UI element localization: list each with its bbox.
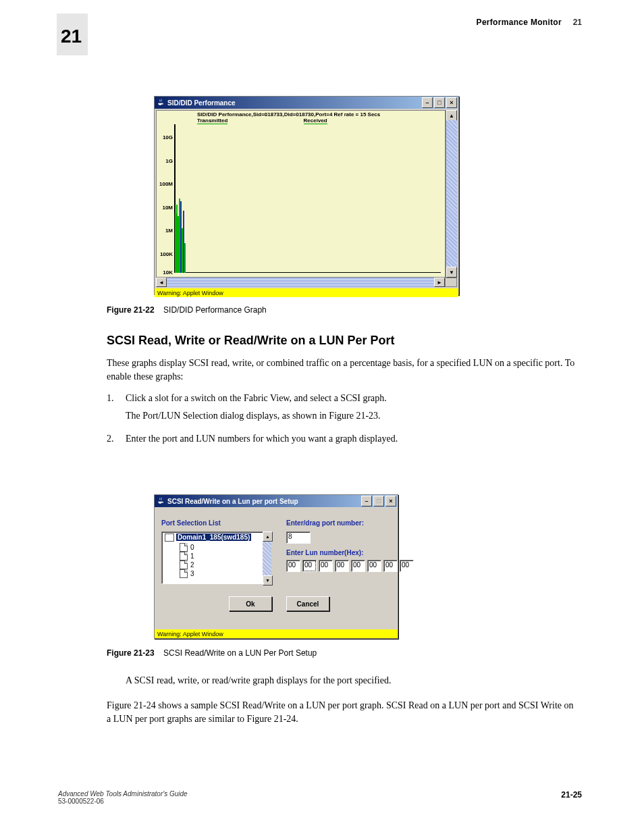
horizontal-scrollbar[interactable]: ◄ ► (156, 278, 457, 287)
sid-did-title-text: SID/DID Performance (167, 99, 236, 107)
scroll-h-track[interactable] (167, 278, 434, 287)
scsi-title-text: SCSI Read/Write on a Lun per port Setup (167, 498, 298, 505)
step-2-text: Enter the port and LUN numbers for which… (126, 432, 578, 446)
scsi-titlebar[interactable]: SCSI Read/Write on a Lun per port Setup … (155, 495, 398, 507)
java-warning-bar: Warning: Applet Window (155, 288, 458, 297)
document-icon (180, 552, 188, 561)
hex-input-4[interactable]: 00 (351, 560, 365, 572)
sid-did-chart: SID/DID Performance,Sid=018733,Did=01873… (156, 110, 446, 278)
enter-lun-label: Enter Lun number(Hex): (286, 549, 363, 556)
legend-received: Received (304, 118, 327, 124)
maximize-button[interactable]: □ (434, 97, 445, 108)
ok-button[interactable]: Ok (229, 596, 272, 611)
running-header-title: Performance Monitor (477, 18, 562, 27)
scroll-right-button[interactable]: ► (434, 278, 445, 287)
ytick-1m: 1M (157, 228, 175, 234)
tree-scroll-up[interactable]: ▲ (263, 531, 273, 542)
java-warning-bar: Warning: Applet Window (155, 629, 398, 638)
body-para2: Figure 21-24 shows a sample SCSI Read/Wr… (107, 699, 579, 727)
hex-input-0[interactable]: 00 (286, 560, 300, 572)
tree-root-label: Domain1_185(swd185) (176, 533, 251, 541)
document-icon (180, 561, 188, 569)
fig1-label: Figure 21-22 (107, 305, 155, 315)
ytick-100m: 100M (157, 181, 175, 187)
hex-input-5[interactable]: 00 (367, 560, 381, 572)
maximize-button-disabled: □ (373, 496, 384, 506)
java-coffee-icon (157, 99, 165, 107)
cancel-button[interactable]: Cancel (286, 596, 329, 611)
chart-bars (174, 124, 441, 273)
fig2-label: Figure 21-23 (107, 648, 155, 658)
footer-doc-number: 53-0000522-06 (58, 798, 104, 805)
section-intro: These graphs display SCSI read, write, o… (107, 357, 579, 384)
step-1-after: The Port/LUN Selection dialog displays, … (126, 409, 578, 423)
document-icon (180, 543, 188, 552)
minimize-button[interactable]: – (361, 496, 372, 506)
tree-item-3[interactable]: 3 (162, 569, 263, 578)
port-selection-tree[interactable]: Domain1_185(swd185) 0 1 2 3 (161, 531, 264, 584)
scsi-setup-window: SCSI Read/Write on a Lun per port Setup … (154, 494, 398, 639)
enter-port-label: Enter/drag port number: (286, 519, 364, 527)
footer-doc-title: Advanced Web Tools Administrator's Guide (58, 790, 188, 798)
chart-title: SID/DID Performance,Sid=018733,Did=01873… (197, 111, 441, 118)
tree-item-1[interactable]: 1 (162, 552, 263, 561)
tree-scroll-down[interactable]: ▼ (263, 575, 273, 585)
scroll-corner (445, 278, 457, 287)
sid-did-titlebar[interactable]: SID/DID Performance – □ × (155, 97, 458, 109)
tree-scroll-track[interactable] (263, 542, 271, 575)
running-header: Performance Monitor 21 (477, 18, 582, 27)
ytick-100k: 100K (157, 251, 175, 257)
hex-input-6[interactable]: 00 (383, 560, 398, 572)
fig2-text: SCSI Read/Write on a LUN Per Port Setup (163, 648, 317, 658)
port-selection-label: Port Selection List (161, 519, 221, 527)
section-heading: SCSI Read, Write or Read/Write on a LUN … (107, 334, 394, 348)
hex-input-7[interactable]: 00 (400, 560, 414, 572)
step-1-text: Click a slot for a switch on the Fabric … (126, 392, 578, 405)
scroll-track[interactable] (446, 120, 457, 267)
hex-input-3[interactable]: 00 (335, 560, 349, 572)
close-button[interactable]: × (385, 496, 396, 506)
port-number-input[interactable]: 8 (286, 531, 311, 544)
lun-hex-inputs: 00 00 00 00 00 00 00 00 (286, 560, 414, 572)
java-coffee-icon (157, 497, 165, 505)
folder-icon (165, 533, 174, 542)
step-1-number: 1. (107, 392, 119, 405)
scroll-down-button[interactable]: ▼ (446, 267, 457, 278)
ytick-1g: 1G (157, 157, 175, 163)
chart-legend: Transmitted Received (197, 118, 327, 124)
fig1-text: SID/DID Performance Graph (163, 305, 267, 315)
hex-input-2[interactable]: 00 (319, 560, 333, 572)
footer-doc-id: Advanced Web Tools Administrator's Guide… (58, 790, 188, 805)
figure-21-23-caption: Figure 21-23 SCSI Read/Write on a LUN Pe… (107, 648, 317, 658)
sid-did-window: SID/DID Performance – □ × SID/DID Perfor… (154, 96, 459, 295)
page-number: 21-25 (561, 790, 582, 800)
chapter-number: 21 (61, 26, 82, 47)
close-button[interactable]: × (446, 97, 457, 108)
vertical-scrollbar[interactable]: ▲ ▼ (446, 110, 457, 278)
step-2-number: 2. (107, 432, 119, 446)
scroll-up-button[interactable]: ▲ (446, 110, 457, 121)
ytick-10m: 10M (157, 204, 175, 210)
scroll-left-button[interactable]: ◄ (156, 278, 167, 287)
tree-item-0[interactable]: 0 (162, 543, 263, 552)
minimize-button[interactable]: – (422, 97, 433, 108)
ytick-10g: 10G (157, 134, 175, 140)
running-header-chapter: 21 (573, 18, 582, 27)
document-icon (180, 569, 188, 578)
hex-input-1[interactable]: 00 (302, 560, 317, 572)
tree-item-2[interactable]: 2 (162, 561, 263, 569)
ytick-10k: 10K (157, 269, 175, 275)
tree-root[interactable]: Domain1_185(swd185) (162, 532, 263, 543)
graph-result-line: A SCSI read, write, or read/write graph … (126, 674, 578, 687)
legend-transmitted: Transmitted (197, 118, 227, 124)
tree-scrollbar[interactable]: ▲ ▼ (263, 531, 271, 583)
figure-21-22-caption: Figure 21-22 SID/DID Performance Graph (107, 305, 267, 315)
